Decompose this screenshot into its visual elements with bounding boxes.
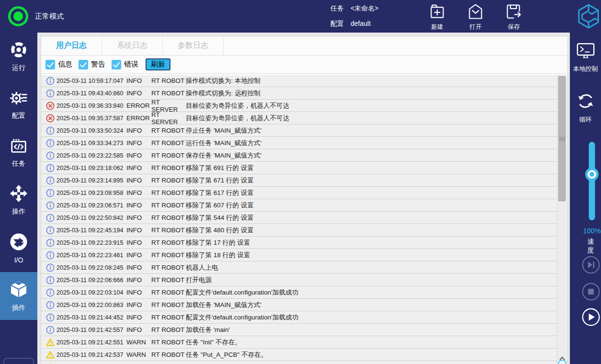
log-level: INFO bbox=[126, 127, 151, 134]
log-source: RT ROBOT bbox=[151, 227, 186, 234]
speed-slider-track[interactable] bbox=[589, 142, 595, 220]
log-time: 2025-03-11 09:21:42:557 bbox=[57, 327, 126, 333]
stop-button[interactable] bbox=[582, 283, 600, 301]
task-label: 任务 bbox=[330, 4, 344, 12]
log-level: INFO bbox=[126, 177, 151, 184]
info-checkbox[interactable] bbox=[45, 60, 55, 69]
open-button[interactable]: 打开 bbox=[460, 3, 491, 31]
log-level: INFO bbox=[126, 227, 151, 234]
sidebar-bottom-button-partial[interactable] bbox=[3, 358, 34, 364]
log-level: INFO bbox=[126, 164, 151, 171]
log-row[interactable]: 2025-03-11 09:22:08:245 INFO RT ROBOT 机器… bbox=[41, 262, 567, 274]
log-time: 2025-03-11 09:23:14:895 bbox=[57, 177, 126, 184]
sidebar-item-io[interactable]: I/O bbox=[0, 224, 37, 272]
loop-button[interactable]: 循环 bbox=[570, 91, 601, 124]
log-row[interactable]: 2025-03-11 09:21:44:452 INFO RT ROBOT 配置… bbox=[41, 311, 567, 324]
info-icon bbox=[46, 276, 55, 284]
new-button[interactable]: 新建 bbox=[421, 3, 453, 31]
log-scrollbar[interactable] bbox=[557, 75, 567, 364]
chevron-up-icon[interactable] bbox=[559, 354, 566, 358]
move-arrows-icon bbox=[10, 184, 28, 204]
log-row[interactable]: 2025-03-11 09:23:14:895 INFO RT ROBOT 移除… bbox=[41, 174, 567, 187]
log-row[interactable]: 2025-03-11 09:22:03:104 INFO RT ROBOT 配置… bbox=[41, 286, 567, 299]
play-button[interactable] bbox=[582, 308, 600, 326]
sidebar-item-label: I/O bbox=[14, 256, 23, 264]
sidebar-item-run[interactable]: 运行 bbox=[0, 33, 37, 80]
open-file-icon bbox=[467, 3, 484, 23]
log-row[interactable]: 2025-03-11 09:23:06:571 INFO RT ROBOT 移除… bbox=[41, 199, 567, 212]
log-time: 2025-03-11 09:23:06:571 bbox=[57, 202, 126, 209]
local-control-button[interactable]: 本地控制 bbox=[570, 43, 601, 73]
scrollbar-thumb[interactable] bbox=[558, 76, 566, 201]
sidebar-item-label: 运行 bbox=[12, 64, 25, 72]
log-row[interactable]: 2025-03-11 09:22:45:194 INFO RT ROBOT 移除… bbox=[41, 224, 567, 237]
log-message: 配置文件'default.configuration'加载成功 bbox=[186, 288, 554, 297]
log-row[interactable]: 2025-03-11 09:21:42:551 WARN RT ROBOT 任务… bbox=[41, 336, 567, 349]
log-source: RT ROBOT bbox=[151, 77, 186, 84]
log-time: 2025-03-11 10:59:17:047 bbox=[57, 78, 126, 84]
log-message: 打开电源 bbox=[186, 276, 554, 284]
log-source: RT ROBOT bbox=[151, 90, 186, 97]
log-level: INFO bbox=[126, 301, 151, 308]
log-time: 2025-03-11 09:36:33:840 bbox=[57, 102, 126, 109]
log-source: RT ROBOT bbox=[151, 202, 186, 209]
step-forward-icon bbox=[582, 256, 600, 274]
speed-slider-thumb[interactable] bbox=[588, 170, 596, 179]
step-button[interactable] bbox=[582, 256, 600, 274]
log-list: 2025-03-11 10:59:17:047 INFO RT ROBOT 操作… bbox=[41, 75, 567, 364]
log-row[interactable]: 2025-03-11 10:59:17:047 INFO RT ROBOT 操作… bbox=[41, 75, 567, 87]
log-row[interactable]: 2025-03-11 09:23:22:585 INFO RT ROBOT 保存… bbox=[41, 149, 567, 162]
refresh-button[interactable]: 刷新 bbox=[146, 58, 170, 70]
local-terminal-icon bbox=[576, 43, 595, 61]
log-time: 2025-03-11 09:22:06:666 bbox=[57, 277, 126, 284]
log-row[interactable]: 2025-03-11 09:33:34:273 INFO RT ROBOT 运行… bbox=[41, 137, 567, 149]
log-level: WARN bbox=[126, 339, 151, 346]
log-row[interactable]: 2025-03-11 09:21:42:537 WARN RT ROBOT 任务… bbox=[41, 349, 567, 361]
log-row[interactable]: 2025-03-11 09:22:00:863 INFO RT ROBOT 加载… bbox=[41, 299, 567, 311]
info-icon bbox=[46, 176, 55, 185]
tab-user-log[interactable]: 用户日志 bbox=[41, 36, 102, 55]
log-row[interactable]: 2025-03-11 09:23:18:062 INFO RT ROBOT 移除… bbox=[41, 162, 567, 174]
io-icon bbox=[9, 232, 28, 253]
log-row[interactable]: 2025-03-11 09:22:50:842 INFO RT ROBOT 移除… bbox=[41, 212, 567, 224]
error-checkbox[interactable] bbox=[112, 60, 121, 69]
warn-checkbox[interactable] bbox=[79, 60, 88, 69]
warn-icon bbox=[46, 351, 55, 359]
log-row[interactable]: 2025-03-11 09:35:37:587 ERROR RT SERVER … bbox=[41, 112, 567, 125]
tab-system-log[interactable]: 系统日志 bbox=[102, 36, 163, 55]
scrollbar-grip-icon bbox=[559, 136, 565, 141]
config-value: default bbox=[351, 20, 371, 27]
info-icon bbox=[46, 77, 55, 85]
sidebar-item-operate[interactable]: 操作 bbox=[0, 176, 37, 224]
log-time: 2025-03-11 09:22:03:104 bbox=[57, 289, 126, 296]
log-row[interactable]: 2025-03-11 09:22:06:666 INFO RT ROBOT 打开… bbox=[41, 274, 567, 286]
log-message: 移除了第 480 行的 设置 bbox=[186, 226, 554, 235]
log-row[interactable]: 2025-03-11 09:43:40:860 INFO RT ROBOT 操作… bbox=[41, 87, 567, 100]
log-time: 2025-03-11 09:33:50:324 bbox=[57, 127, 126, 134]
sidebar-item-task[interactable]: 任务 bbox=[0, 128, 37, 176]
save-button[interactable]: 保存 bbox=[498, 3, 530, 31]
log-message: 操作模式切换为: 本地控制 bbox=[186, 77, 554, 85]
log-row[interactable] bbox=[41, 361, 567, 364]
log-row[interactable]: 2025-03-11 09:22:23:915 INFO RT ROBOT 移除… bbox=[41, 237, 567, 249]
brand-cube-icon bbox=[578, 4, 600, 31]
log-level: INFO bbox=[126, 139, 151, 147]
sidebar-item-plugin[interactable]: 插件 bbox=[0, 272, 37, 320]
log-level: INFO bbox=[126, 90, 151, 97]
log-source: RT ROBOT bbox=[151, 251, 186, 259]
log-message: 移除了第 18 行的 设置 bbox=[186, 251, 554, 260]
tab-param-log[interactable]: 参数日志 bbox=[163, 36, 224, 55]
log-row[interactable]: 2025-03-11 09:36:33:840 ERROR RT SERVER … bbox=[41, 100, 567, 112]
log-row[interactable]: 2025-03-11 09:33:50:324 INFO RT ROBOT 停止… bbox=[41, 125, 567, 137]
log-source: RT SERVER bbox=[151, 111, 186, 125]
log-row[interactable]: 2025-03-11 09:23:08:958 INFO RT ROBOT 移除… bbox=[41, 187, 567, 199]
log-time: 2025-03-11 09:22:45:194 bbox=[57, 227, 126, 234]
sidebar-item-config[interactable]: 配置 bbox=[0, 80, 37, 128]
log-level: INFO bbox=[126, 202, 151, 209]
filter-error-label: 错误 bbox=[124, 60, 138, 69]
log-row[interactable]: 2025-03-11 09:22:23:461 INFO RT ROBOT 移除… bbox=[41, 249, 567, 262]
info-icon bbox=[46, 214, 55, 222]
log-row[interactable]: 2025-03-11 09:21:42:557 INFO RT ROBOT 加载… bbox=[41, 324, 567, 336]
log-time: 2025-03-11 09:33:34:273 bbox=[57, 140, 126, 147]
stop-icon bbox=[582, 283, 600, 301]
